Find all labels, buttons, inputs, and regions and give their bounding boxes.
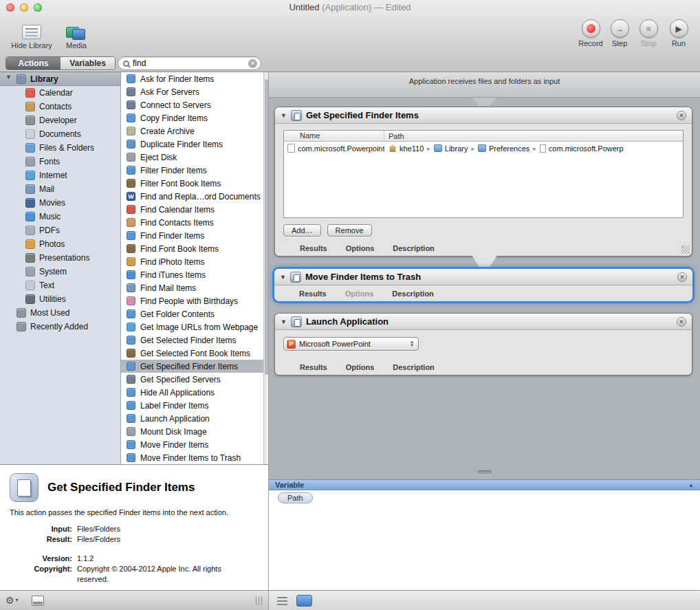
sidebar-item[interactable]: Utilities [0, 292, 120, 306]
action-tab[interactable]: Description [392, 290, 434, 298]
workflow-action-get-specified-finder-items[interactable]: ▼ Get Specified Finder Items ✕ Name Path… [274, 107, 692, 257]
action-list-item[interactable]: Eject Disk [121, 151, 263, 164]
variable-row[interactable]: Path [269, 490, 700, 505]
action-list-item[interactable]: Get Specified Finder Items [121, 360, 263, 373]
action-list-item[interactable]: Move Finder Items to Trash [121, 451, 263, 464]
action-list-item[interactable]: Find iTunes Items [121, 268, 263, 281]
minimize-window-button[interactable] [20, 3, 28, 12]
sidebar-item[interactable]: Developer [0, 113, 120, 127]
action-list-item[interactable]: Get Image URLs from Webpage [121, 320, 263, 334]
action-list-item[interactable]: Label Finder Items [121, 399, 263, 412]
sidebar-item[interactable]: Music [0, 210, 120, 224]
scrollbar-thumb[interactable] [265, 79, 268, 375]
sidebar-item[interactable]: Files & Folders [0, 141, 120, 155]
sidebar-item[interactable]: Text [0, 279, 120, 292]
action-list-item[interactable]: Create Archive [121, 124, 263, 138]
action-list-item[interactable]: Ask For Servers [121, 85, 263, 98]
action-list-item[interactable]: Ask for Finder Items [121, 72, 263, 85]
gear-menu-button[interactable]: ⚙▾ [6, 594, 19, 607]
record-button[interactable]: Record [575, 19, 606, 47]
step-button[interactable]: → Step [604, 19, 635, 47]
action-list-item[interactable]: Find Mail Items [121, 281, 263, 294]
sidebar-item[interactable]: Movies [0, 196, 120, 210]
action-tab[interactable]: Results [300, 363, 327, 371]
media-button[interactable]: Media [61, 20, 92, 50]
table-row[interactable]: com.microsoft.Powerpoint.plist khe110 [284, 142, 683, 155]
remove-action-icon[interactable]: ✕ [677, 111, 686, 120]
action-list-item[interactable]: Move Finder Items [121, 438, 263, 451]
action-tab[interactable]: Description [393, 244, 435, 252]
sidebar-item[interactable]: Mail [0, 182, 120, 196]
finder-items-table[interactable]: Name Path com.microsoft.Powerpoint.plist… [283, 130, 683, 218]
action-tab[interactable]: Results [299, 290, 327, 298]
sidebar-item[interactable]: Most Used [0, 306, 120, 320]
column-header-path[interactable]: Path [384, 132, 683, 140]
action-tab[interactable]: Options [345, 290, 374, 298]
collapse-triangle-icon[interactable]: ▼ [280, 274, 286, 281]
sidebar-item[interactable]: ▼ Library [0, 72, 120, 86]
variables-pane-toggle-icon[interactable] [296, 595, 312, 607]
zoom-window-button[interactable] [34, 3, 42, 12]
splitter-handle[interactable] [478, 470, 492, 475]
action-tab[interactable]: Options [346, 244, 375, 252]
action-list-item[interactable]: Get Selected Font Book Items [121, 347, 263, 360]
workflow-action-move-finder-items-to-trash[interactable]: ▼ Move Finder Items to Trash ✕ Results O… [272, 267, 694, 303]
application-popup-button[interactable]: P Microsoft PowerPoint ▲▼ [283, 337, 419, 351]
action-header[interactable]: ▼ Launch Application ✕ [275, 314, 692, 330]
hide-library-button[interactable]: Hide Library [7, 20, 56, 50]
action-list-item[interactable]: Mount Disk Image [121, 425, 263, 438]
action-list-item[interactable]: Find iPhoto Items [121, 255, 263, 268]
log-list-icon[interactable] [277, 597, 287, 605]
sidebar-item[interactable]: System [0, 265, 120, 279]
table-header[interactable]: Name Path [284, 131, 683, 142]
variable-pill[interactable]: Path [278, 492, 313, 503]
column-header-name[interactable]: Name [284, 131, 384, 141]
action-list-item[interactable]: W Find and Repla…ord Documents [121, 190, 263, 203]
sidebar-item[interactable]: Photos [0, 237, 120, 251]
action-tab[interactable]: Results [300, 244, 327, 252]
actions-list-scrollbar[interactable] [263, 72, 269, 464]
clear-search-icon[interactable]: ✕ [248, 59, 257, 68]
add-button[interactable]: Add… [283, 224, 321, 237]
toggle-description-panel-button[interactable] [32, 596, 44, 606]
stop-button[interactable]: ■ Stop [633, 19, 664, 47]
action-list-item[interactable]: Get Selected Finder Items [121, 334, 263, 347]
titlebar[interactable]: Untitled (Application) — Edited [0, 0, 700, 15]
run-button[interactable]: ▶ Run [663, 19, 694, 47]
sidebar-item[interactable]: Recently Added [0, 320, 120, 334]
collapse-triangle-icon[interactable]: ▼ [281, 318, 287, 325]
sidebar-item[interactable]: Fonts [0, 155, 120, 168]
action-list-item[interactable]: Connect to Servers [121, 98, 263, 111]
action-list-item[interactable]: Get Specified Servers [121, 373, 263, 386]
tab-actions[interactable]: Actions [6, 57, 61, 69]
sidebar-item[interactable]: Calendar [0, 86, 120, 100]
action-list-item[interactable]: Duplicate Finder Items [121, 138, 263, 151]
search-input[interactable] [133, 58, 248, 68]
action-list-item[interactable]: Find Contacts Items [121, 216, 263, 229]
action-list-item[interactable]: Find Finder Items [121, 229, 263, 242]
action-list-item[interactable]: Find Font Book Items [121, 242, 263, 255]
resize-grip-icon[interactable] [681, 246, 690, 254]
sidebar-item[interactable]: PDFs [0, 224, 120, 237]
disclosure-triangle-icon[interactable]: ▼ [6, 74, 12, 80]
pane-resize-handle[interactable] [256, 596, 263, 605]
action-tab[interactable]: Options [346, 363, 375, 371]
close-window-button[interactable] [6, 3, 14, 12]
action-header[interactable]: ▼ Move Finder Items to Trash ✕ [274, 269, 692, 285]
sidebar-item[interactable]: Internet [0, 168, 120, 182]
action-list-item[interactable]: Find People with Birthdays [121, 294, 263, 307]
action-list-item[interactable]: Filter Finder Items [121, 164, 263, 177]
sidebar-item[interactable]: Presentations [0, 251, 120, 265]
action-list-item[interactable]: Get Folder Contents [121, 307, 263, 320]
action-tab[interactable]: Description [393, 363, 435, 371]
action-list-item[interactable]: Launch Application [121, 412, 263, 425]
tab-variables[interactable]: Variables [61, 57, 115, 69]
search-field[interactable]: ✕ [118, 56, 261, 70]
action-list-item[interactable]: Find Calendar Items [121, 203, 263, 216]
sidebar-item[interactable]: Documents [0, 127, 120, 141]
remove-button[interactable]: Remove [327, 224, 372, 237]
remove-action-icon[interactable]: ✕ [677, 272, 687, 282]
action-header[interactable]: ▼ Get Specified Finder Items ✕ [275, 107, 692, 124]
action-list-item[interactable]: Hide All Applications [121, 386, 263, 399]
collapse-triangle-icon[interactable]: ▼ [281, 112, 287, 119]
